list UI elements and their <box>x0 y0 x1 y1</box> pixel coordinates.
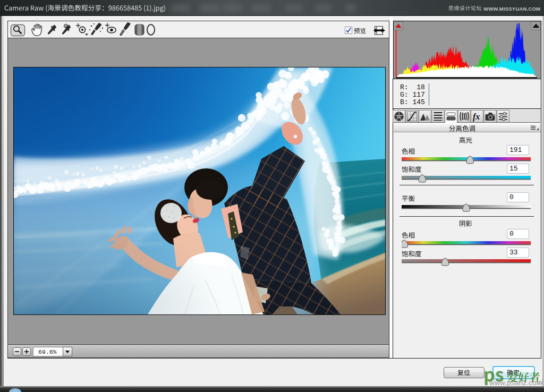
svg-text:69.6%: 69.6% <box>38 348 57 355</box>
svg-text:fx: fx <box>473 112 480 122</box>
